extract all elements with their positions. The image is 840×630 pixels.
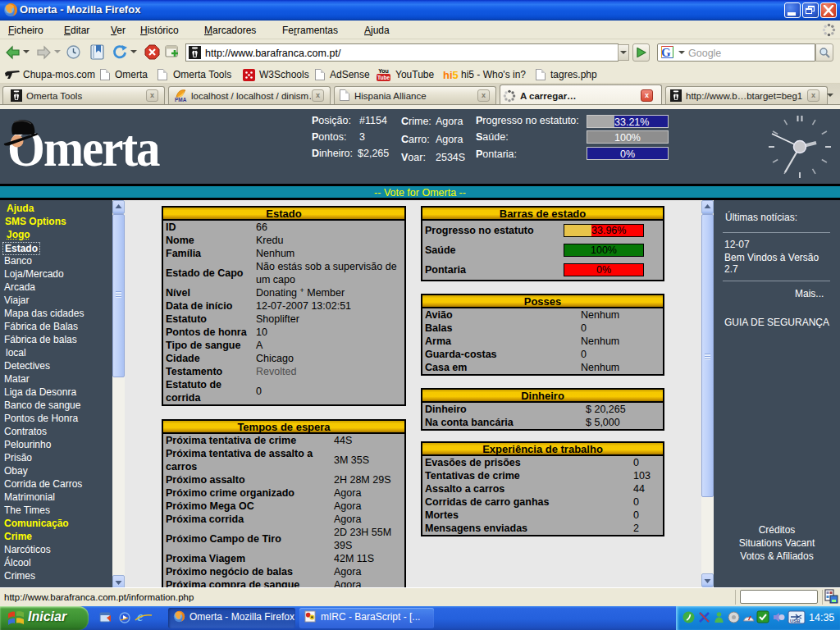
svg-text:PMA: PMA bbox=[175, 97, 187, 103]
svg-text:USB: USB bbox=[790, 619, 801, 623]
